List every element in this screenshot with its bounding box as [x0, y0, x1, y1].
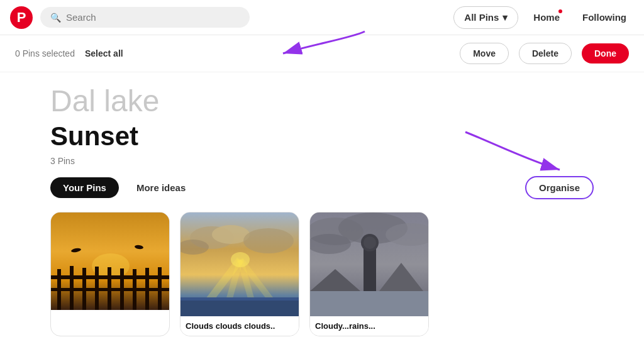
search-icon: 🔍 — [50, 13, 61, 23]
header: P 🔍 All Pins ▾ Home Following — [0, 0, 644, 35]
pin-grid: Clouds clouds clouds.. — [50, 212, 594, 336]
tab-more-ideas[interactable]: More ideas — [124, 177, 198, 198]
following-nav-link[interactable]: Following — [575, 7, 634, 28]
delete-button[interactable]: Delete — [519, 43, 572, 64]
pins-count: 3 Pins — [50, 156, 594, 166]
move-button[interactable]: Move — [460, 43, 509, 64]
tabs-bar: Your Pins More ideas Organise — [50, 176, 594, 199]
pin-label: Clouds clouds clouds.. — [180, 316, 299, 336]
svg-rect-26 — [180, 297, 299, 301]
pin-card[interactable]: Cloudy...rains... — [309, 212, 429, 336]
tabs-left: Your Pins More ideas — [50, 177, 198, 198]
pin-card[interactable]: Clouds clouds clouds.. — [180, 212, 299, 336]
selection-bar: 0 Pins selected Select all Move Delete D… — [0, 35, 644, 72]
home-nav-link[interactable]: Home — [526, 7, 567, 28]
main-content: Dal lake Sunset 3 Pins Your Pins More id… — [0, 72, 644, 349]
select-all-button[interactable]: Select all — [85, 48, 123, 58]
pin-image — [310, 213, 429, 316]
all-pins-button[interactable]: All Pins ▾ — [453, 6, 518, 29]
pins-selected-count: 0 Pins selected — [15, 48, 75, 58]
pin-image — [180, 213, 299, 316]
board-parent-name: Dal lake — [50, 85, 594, 118]
search-input[interactable] — [66, 12, 240, 23]
svg-point-35 — [364, 236, 376, 249]
board-section-title: Sunset — [50, 121, 594, 152]
svg-rect-12 — [51, 288, 170, 291]
pin-label: Cloudy...rains... — [310, 316, 428, 336]
home-notification-dot — [558, 9, 562, 13]
pin-image — [51, 213, 170, 310]
svg-point-23 — [243, 228, 294, 253]
done-button[interactable]: Done — [582, 43, 629, 64]
tab-your-pins[interactable]: Your Pins — [50, 177, 119, 198]
svg-rect-32 — [310, 291, 429, 316]
search-bar[interactable]: 🔍 — [40, 7, 250, 28]
pin-card[interactable] — [50, 212, 170, 336]
svg-rect-11 — [51, 275, 170, 279]
chevron-down-icon: ▾ — [502, 12, 508, 23]
organise-button[interactable]: Organise — [525, 176, 594, 199]
pinterest-logo[interactable]: P — [10, 6, 33, 29]
